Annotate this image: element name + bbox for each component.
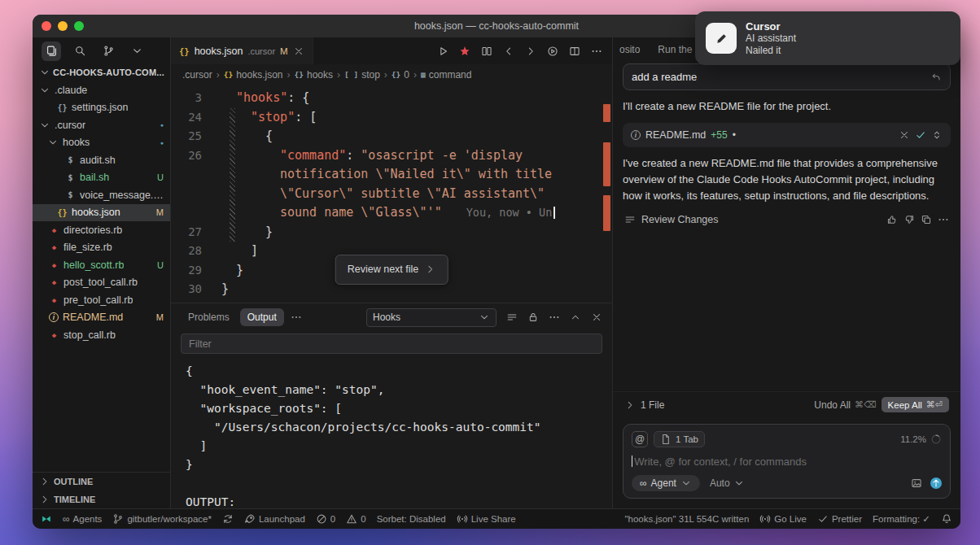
response-more-icon[interactable] xyxy=(938,214,949,225)
tree-item-cursor[interactable]: .cursor● xyxy=(33,116,170,134)
source-control-icon[interactable] xyxy=(98,41,118,61)
explorer-icon[interactable] xyxy=(42,41,61,61)
split-editor-icon[interactable] xyxy=(569,46,580,57)
status-formatting[interactable]: Formatting: ✓ xyxy=(873,513,930,525)
code-line[interactable]: 3"hooks": { xyxy=(171,89,612,108)
status-warnings[interactable]: 0 xyxy=(346,513,365,525)
status-branch[interactable]: gitbutler/workspace* xyxy=(112,513,212,525)
files-changed-label[interactable]: 1 File xyxy=(641,399,664,411)
close-window-button[interactable] xyxy=(42,21,51,31)
project-root-header[interactable]: CC-HOOKS-AUTO-COM... xyxy=(33,64,170,81)
context-usage[interactable]: 11.2% xyxy=(900,434,942,445)
tree-item-claude[interactable]: .claude xyxy=(33,81,170,99)
status-sorbet[interactable]: Sorbet: Disabled xyxy=(377,514,446,524)
code-line[interactable]: \"Cursor\" subtitle \"AI assistant\" xyxy=(171,185,612,204)
add-context-button[interactable]: @ xyxy=(632,431,648,447)
macos-notification[interactable]: Cursor AI assistant Nailed it xyxy=(695,11,960,65)
chevron-right-icon[interactable] xyxy=(624,399,636,411)
agent-mode-select[interactable]: ∞ Agent xyxy=(632,475,700,491)
status-gitbutler[interactable] xyxy=(41,513,52,525)
thumbs-down-icon[interactable] xyxy=(903,214,915,225)
panel-tab-problems[interactable]: Problems xyxy=(181,308,237,326)
chat-tab-osito[interactable]: osito xyxy=(619,44,640,55)
output-channel-select[interactable]: Hooks xyxy=(366,308,497,327)
panel-more-tabs-icon[interactable] xyxy=(291,312,302,323)
chat-tab-run-the[interactable]: Run the xyxy=(658,44,692,55)
maximize-panel-icon[interactable] xyxy=(570,312,581,323)
code-line[interactable]: 27} xyxy=(171,223,612,242)
code-line[interactable]: sound name \"Glass\"'"You, now • Un xyxy=(171,203,612,223)
tree-item-readme-md[interactable]: iREADME.mdM xyxy=(33,309,170,327)
status-agents[interactable]: ∞Agents xyxy=(63,513,102,525)
minimize-window-button[interactable] xyxy=(58,21,68,31)
thumbs-up-icon[interactable] xyxy=(886,214,898,225)
code-line[interactable]: 25{ xyxy=(171,127,612,146)
chevron-down-icon[interactable] xyxy=(127,41,147,61)
timeline-section[interactable]: TIMELINE xyxy=(33,490,170,508)
review-next-file-button[interactable]: Review next file xyxy=(335,255,448,286)
close-panel-icon[interactable] xyxy=(591,312,602,323)
nav-forward-icon[interactable] xyxy=(525,46,536,57)
tree-item-file-size-rb[interactable]: ◆file_size.rb xyxy=(33,239,170,257)
output-console[interactable]: { "hook_event_name": "stop", "workspace_… xyxy=(171,359,612,508)
breadcrumb-item-stop[interactable]: [ ]stop xyxy=(344,69,380,81)
restore-checkpoint-icon[interactable] xyxy=(930,72,942,83)
attach-image-icon[interactable] xyxy=(911,477,922,489)
readme-file-chip[interactable]: i README.md +55 • xyxy=(623,123,951,147)
breadcrumb-item-hooks[interactable]: {}hooks xyxy=(295,69,333,81)
panel-tab-output[interactable]: Output xyxy=(240,308,284,326)
user-prompt-box[interactable]: add a readme xyxy=(623,63,951,90)
tree-item-voice-message-sh[interactable]: $voice_message.sh xyxy=(33,186,170,204)
open-changes-icon[interactable] xyxy=(481,46,492,57)
close-tab-icon[interactable] xyxy=(293,46,304,57)
overview-ruler[interactable] xyxy=(603,85,610,303)
send-button[interactable] xyxy=(930,477,942,489)
status-sync[interactable] xyxy=(222,513,234,525)
clear-output-icon[interactable] xyxy=(506,312,518,323)
lock-scroll-icon[interactable] xyxy=(527,312,539,323)
tree-item-hello-scott-rb[interactable]: ◆hello_scott.rbU xyxy=(33,256,170,274)
expand-diff-icon[interactable] xyxy=(931,129,943,141)
status-launchpad[interactable]: Launchpad xyxy=(244,513,305,525)
model-select[interactable]: Auto xyxy=(710,477,745,489)
status-go-live[interactable]: Go Live xyxy=(759,513,807,525)
keep-all-button[interactable]: Keep All ⌘⏎ xyxy=(882,397,949,412)
undo-all-button[interactable]: Undo All ⌘⌫ xyxy=(814,399,876,411)
status-bell[interactable] xyxy=(941,513,952,525)
run-below-icon[interactable] xyxy=(547,46,558,57)
tree-item-bail-sh[interactable]: $bail.shU xyxy=(33,169,170,187)
tree-item-hooks-json[interactable]: {}hooks.jsonM xyxy=(33,204,170,222)
copy-response-icon[interactable] xyxy=(921,214,932,225)
status-errors[interactable]: 0 xyxy=(316,513,335,525)
nav-back-icon[interactable] xyxy=(503,46,514,57)
run-icon[interactable] xyxy=(437,46,448,57)
status-prettier[interactable]: Prettier xyxy=(817,513,862,525)
breadcrumb-item-command[interactable]: ▦command xyxy=(421,69,471,81)
breadcrumb-item-0[interactable]: {}0 xyxy=(392,69,409,81)
tree-item-pre-tool-call-rb[interactable]: ◆pre_tool_call.rb xyxy=(33,291,170,309)
breadcrumb-item-cursor[interactable]: .cursor xyxy=(182,69,212,81)
tab-hooks-json[interactable]: {} hooks.json .cursor M xyxy=(171,37,313,64)
breadcrumb-item-hooks-json[interactable]: {}hooks.json xyxy=(224,69,283,81)
chat-text-input[interactable]: Write, @ for context, / for commands xyxy=(632,454,942,469)
output-filter-input[interactable] xyxy=(181,334,602,354)
status-live-share[interactable]: Live Share xyxy=(457,513,516,525)
tree-item-stop-call-rb[interactable]: ◆stop_call.rb xyxy=(33,326,170,344)
code-line[interactable]: 26"command": "osascript -e 'display xyxy=(171,146,612,166)
zoom-window-button[interactable] xyxy=(74,21,84,31)
code-editor[interactable]: 3"hooks": {24"stop": [25{26"command": "o… xyxy=(171,85,612,303)
tree-item-post-tool-call-rb[interactable]: ◆post_tool_call.rb xyxy=(33,274,170,292)
context-tab-chip[interactable]: 1 Tab xyxy=(654,431,705,447)
tree-item-settings-json[interactable]: {}settings.json xyxy=(33,99,170,117)
code-line[interactable]: 24"stop": [ xyxy=(171,108,612,128)
chat-input-box[interactable]: @ 1 Tab 11.2% Write, @ for context, / fo… xyxy=(623,424,951,499)
accept-file-icon[interactable] xyxy=(915,129,926,141)
review-changes-label[interactable]: Review Changes xyxy=(641,214,719,225)
code-line[interactable]: notification \"Nailed it\" with title xyxy=(171,165,612,185)
search-icon[interactable] xyxy=(70,41,90,61)
reject-file-icon[interactable] xyxy=(899,129,910,141)
tree-item-audit-sh[interactable]: $audit.sh xyxy=(33,151,170,169)
status-file-stats[interactable]: "hooks.json" 31L 554C written xyxy=(624,514,749,524)
tree-item-directories-rb[interactable]: ◆directories.rb xyxy=(33,221,170,239)
outline-section[interactable]: OUTLINE xyxy=(33,473,170,490)
